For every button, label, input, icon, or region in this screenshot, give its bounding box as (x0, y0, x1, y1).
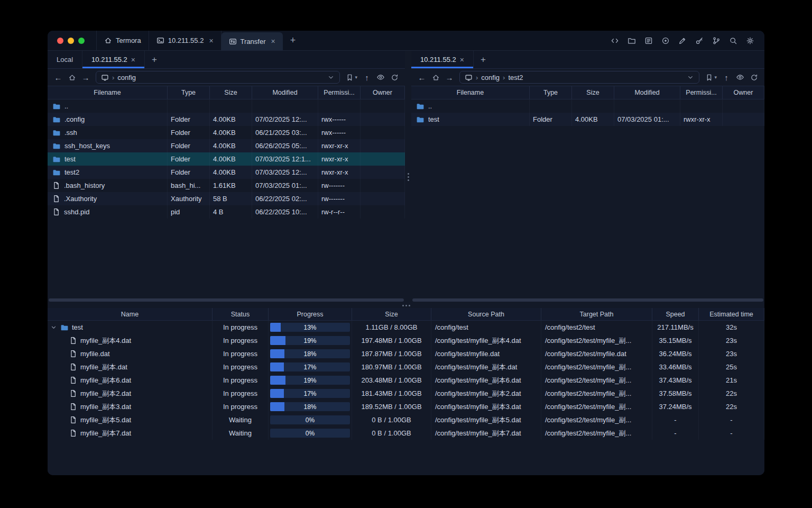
file-row-selected[interactable]: test Folder 4.00KB 07/03/2025 12:1... rw… (48, 152, 405, 166)
column-header-owner[interactable]: Owner (723, 86, 764, 99)
path-segment[interactable]: test2 (508, 74, 523, 81)
show-hidden-button[interactable] (734, 71, 746, 84)
file-row[interactable]: .. (411, 99, 764, 113)
file-row[interactable]: sshd.pid pid 4 B 06/22/2025 10:... rw-r-… (48, 205, 405, 219)
edit-icon[interactable] (678, 36, 687, 46)
key-icon[interactable] (695, 36, 704, 46)
scrollbar-thumb[interactable] (412, 298, 763, 302)
file-row[interactable]: ssh_host_keys Folder 4.00KB 06/26/2025 0… (48, 139, 405, 152)
right-new-tab-button[interactable]: + (474, 51, 493, 68)
file-row[interactable]: test2 Folder 4.00KB 07/03/2025 12:... rw… (48, 166, 405, 179)
show-hidden-button[interactable] (374, 71, 387, 84)
vertical-splitter[interactable] (405, 51, 411, 303)
refresh-button[interactable] (388, 71, 401, 84)
column-header-size[interactable]: Size (572, 86, 614, 99)
close-icon[interactable]: × (131, 56, 135, 64)
zoom-window-button[interactable] (78, 38, 85, 44)
transfer-row[interactable]: myfile_副本5.dat Waiting 0% 0 B / 1.00GB /… (48, 413, 764, 427)
right-tab-host[interactable]: 10.211.55.2 × (411, 51, 474, 68)
column-header-size[interactable]: Size (210, 86, 252, 99)
tab-termora[interactable]: Termora (96, 31, 149, 50)
column-header-name[interactable]: Name (48, 308, 213, 320)
settings-icon[interactable] (745, 36, 755, 46)
left-tab-host[interactable]: 10.211.55.2 × (82, 51, 145, 68)
branch-icon[interactable] (712, 36, 721, 46)
column-header-filename[interactable]: Filename (48, 86, 168, 99)
source-path-cell: /config/test/myfile_副本6.dat (431, 374, 541, 387)
transfer-row[interactable]: myfile_副本4.dat In progress 19% 197.48MB … (48, 334, 764, 347)
column-header-source-path[interactable]: Source Path (431, 308, 541, 320)
column-header-modified[interactable]: Modified (614, 86, 680, 99)
column-header-modified[interactable]: Modified (252, 86, 318, 99)
left-tab-local[interactable]: Local (48, 51, 82, 68)
scrollbar-thumb[interactable] (49, 298, 404, 302)
close-icon[interactable]: × (460, 56, 464, 64)
transfer-row[interactable]: myfile_副本7.dat Waiting 0% 0 B / 1.00GB /… (48, 427, 764, 440)
column-header-target-path[interactable]: Target Path (541, 308, 652, 320)
column-header-progress[interactable]: Progress (269, 308, 352, 320)
folder-icon[interactable] (627, 36, 636, 46)
record-icon[interactable] (661, 36, 670, 46)
tab-transfer[interactable]: Transfer × (222, 32, 283, 50)
source-path-cell: /config/test/myfile_副本5.dat (431, 413, 541, 427)
file-row[interactable]: .ssh Folder 4.00KB 06/21/2025 03:... rwx… (48, 126, 405, 139)
file-row[interactable]: .bash_history bash_hi... 1.61KB 07/03/20… (48, 179, 405, 192)
home-button[interactable] (429, 71, 442, 84)
code-icon[interactable] (610, 36, 620, 46)
notes-icon[interactable] (644, 36, 653, 46)
file-row[interactable]: .config Folder 4.00KB 07/02/2025 12:... … (48, 113, 405, 126)
forward-button[interactable]: → (443, 71, 456, 84)
upload-button[interactable]: ↑ (720, 71, 733, 84)
file-row[interactable]: .. (48, 99, 405, 113)
transfer-panel: Name Status Progress Size Source Path Ta… (48, 308, 764, 475)
left-path-bar[interactable]: › config (96, 71, 340, 84)
column-header-size[interactable]: Size (352, 308, 431, 320)
column-header-permissions[interactable]: Permissi... (680, 86, 723, 99)
refresh-button[interactable] (748, 71, 760, 84)
close-icon[interactable]: × (271, 38, 275, 45)
column-header-type[interactable]: Type (530, 86, 572, 99)
source-path-cell: /config/test/myfile_副本.dat (431, 360, 541, 374)
transfer-row[interactable]: myfile_副本2.dat In progress 17% 181.43MB … (48, 387, 764, 400)
minimize-window-button[interactable] (68, 38, 74, 44)
collapse-chevron-icon[interactable] (50, 324, 57, 331)
back-button[interactable]: ← (52, 71, 64, 84)
column-header-owner[interactable]: Owner (361, 86, 405, 99)
left-new-tab-button[interactable]: + (145, 51, 164, 68)
close-window-button[interactable] (57, 38, 63, 44)
transfer-row[interactable]: myfile_副本.dat In progress 17% 180.97MB /… (48, 360, 764, 374)
close-icon[interactable]: × (209, 37, 213, 44)
filename-cell: .config (48, 113, 168, 126)
path-segment[interactable]: config (117, 74, 136, 81)
path-segment[interactable]: config (481, 74, 500, 81)
column-header-type[interactable]: Type (168, 86, 210, 99)
column-header-estimated-time[interactable]: Estimated time (699, 308, 764, 320)
column-header-status[interactable]: Status (213, 308, 269, 320)
file-row[interactable]: .Xauthority Xauthority 58 B 06/22/2025 0… (48, 192, 405, 205)
right-path-bar[interactable]: › config › test2 (459, 71, 699, 84)
back-button[interactable]: ← (416, 71, 428, 84)
column-header-permissions[interactable]: Permissi... (318, 86, 361, 99)
transfer-row[interactable]: myfile_副本3.dat In progress 18% 189.52MB … (48, 400, 764, 413)
column-header-filename[interactable]: Filename (411, 86, 530, 99)
transfer-row[interactable]: myfile_副本6.dat In progress 19% 203.48MB … (48, 374, 764, 387)
new-tab-button[interactable]: + (283, 31, 303, 50)
file-row[interactable]: test Folder 4.00KB 07/03/2025 01:... rwx… (411, 113, 764, 126)
chevron-down-icon[interactable] (327, 74, 335, 81)
chevron-down-icon[interactable] (687, 74, 694, 81)
refresh-icon (391, 74, 399, 81)
transfer-row[interactable]: myfile.dat In progress 18% 187.87MB / 1.… (48, 347, 764, 360)
horizontal-splitter[interactable] (48, 303, 764, 308)
upload-button[interactable]: ↑ (361, 71, 373, 84)
name-cell: myfile_副本5.dat (48, 413, 213, 427)
column-header-speed[interactable]: Speed (652, 308, 699, 320)
progress-bar: 18% (270, 349, 350, 358)
forward-button[interactable]: → (79, 71, 92, 84)
transfer-rows: test In progress 13% 1.11GB / 8.00GB /co… (48, 321, 764, 475)
home-button[interactable] (66, 71, 78, 84)
search-icon[interactable] (728, 36, 738, 46)
tab-host-session[interactable]: 10.211.55.2 × (149, 31, 222, 50)
bookmark-button[interactable]: ▾ (344, 74, 359, 81)
transfer-row[interactable]: test In progress 13% 1.11GB / 8.00GB /co… (48, 321, 764, 334)
bookmark-button[interactable]: ▾ (703, 74, 719, 81)
